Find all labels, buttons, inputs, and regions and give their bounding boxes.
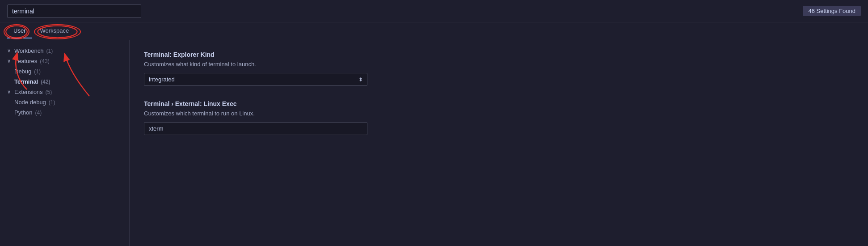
sidebar-label-extensions: Extensions <box>14 89 43 95</box>
sidebar-item-features[interactable]: ∨ Features (43) <box>0 56 129 66</box>
setting-title-explorer-kind: Terminal: Explorer Kind <box>144 51 854 58</box>
setting-title-linux-exec: Terminal › External: Linux Exec <box>144 100 854 107</box>
sidebar-count-python: (4) <box>35 110 42 116</box>
sidebar-item-terminal[interactable]: Terminal (42) <box>0 76 129 87</box>
sidebar-label-python: Python <box>14 109 32 116</box>
tab-user[interactable]: User <box>7 24 32 38</box>
setting-select-explorer-kind[interactable]: integrated external <box>144 73 367 86</box>
setting-desc-explorer-kind: Customizes what kind of terminal to laun… <box>144 61 854 68</box>
sidebar: ∨ Workbench (1) ∨ Features (43) Debug (1… <box>0 40 130 246</box>
chevron-down-icon: ∨ <box>7 89 11 95</box>
sidebar-label-node-debug: Node debug <box>14 99 46 106</box>
sidebar-item-node-debug[interactable]: Node debug (1) <box>0 97 129 107</box>
sidebar-count-features: (43) <box>40 58 49 64</box>
sidebar-count-workbench: (1) <box>46 48 53 54</box>
settings-count-badge: 46 Settings Found <box>803 6 861 16</box>
sidebar-label-features: Features <box>14 58 37 64</box>
setting-input-linux-exec[interactable]: xterm <box>144 122 367 135</box>
sidebar-count-extensions: (5) <box>46 89 52 95</box>
search-bar: terminal 46 Settings Found <box>0 0 868 22</box>
chevron-down-icon: ∨ <box>7 48 11 54</box>
sidebar-label-workbench: Workbench <box>14 47 44 54</box>
setting-block-explorer-kind: Terminal: Explorer Kind Customizes what … <box>144 51 854 86</box>
search-input[interactable]: terminal <box>7 4 141 18</box>
sidebar-item-debug[interactable]: Debug (1) <box>0 66 129 76</box>
sidebar-count-debug: (1) <box>34 68 41 75</box>
sidebar-item-workbench[interactable]: ∨ Workbench (1) <box>0 46 129 56</box>
chevron-down-icon: ∨ <box>7 58 11 64</box>
tab-workspace[interactable]: Workspace <box>34 24 75 38</box>
content-area: Terminal: Explorer Kind Customizes what … <box>130 40 868 246</box>
setting-block-linux-exec: Terminal › External: Linux Exec Customiz… <box>144 100 854 135</box>
sidebar-label-terminal: Terminal <box>14 78 38 85</box>
sidebar-label-debug: Debug <box>14 68 31 75</box>
sidebar-count-node-debug: (1) <box>49 99 55 106</box>
main-content: ∨ Workbench (1) ∨ Features (43) Debug (1… <box>0 40 868 246</box>
tabs-row: User Workspace <box>0 22 868 40</box>
sidebar-item-python[interactable]: Python (4) <box>0 107 129 118</box>
select-wrapper-explorer-kind: integrated external <box>144 73 367 86</box>
sidebar-item-extensions[interactable]: ∨ Extensions (5) <box>0 87 129 97</box>
sidebar-count-terminal: (42) <box>41 79 50 85</box>
setting-desc-linux-exec: Customizes which terminal to run on Linu… <box>144 110 854 117</box>
